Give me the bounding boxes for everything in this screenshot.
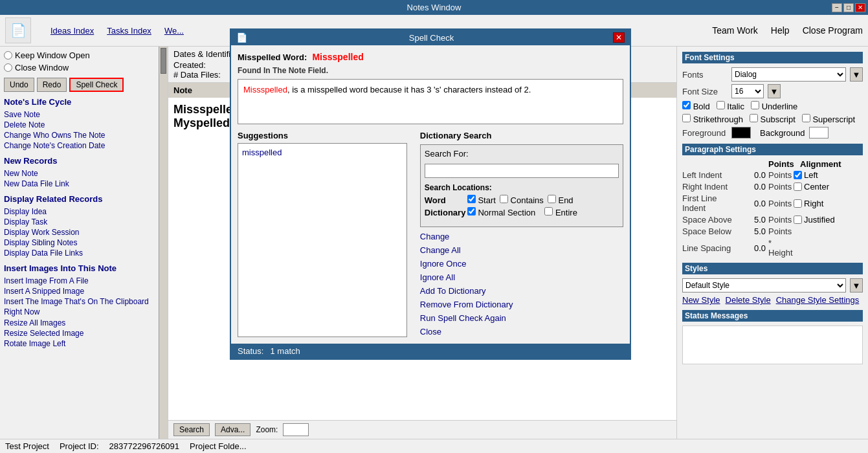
created-label: Created: (173, 60, 206, 70)
display-data-item[interactable]: Display Data File Links (4, 248, 164, 258)
insert-clipboard-item[interactable]: Insert The Image That's On The Clipboard… (4, 296, 164, 318)
background-color[interactable] (809, 127, 829, 138)
ignore-all-btn[interactable]: Ignore All (420, 272, 623, 283)
italic-checkbox[interactable] (717, 101, 725, 109)
we-link[interactable]: We... (164, 26, 184, 36)
end-check-label[interactable]: End (548, 195, 573, 205)
undo-button[interactable]: Undo (4, 78, 34, 92)
dict-search-input[interactable] (425, 164, 619, 178)
rotate-left-item[interactable]: Rotate Image Left (4, 338, 164, 349)
search-for-row: Search For: (425, 149, 619, 159)
space-below-row: Space Below 5.0 Points (682, 226, 863, 236)
display-idea-item[interactable]: Display Idea (4, 206, 164, 217)
right-panel: Font Settings Fonts Dialog ▼ Font Size 1… (677, 47, 868, 439)
project-name: Test Project (5, 441, 49, 451)
foreground-color[interactable] (731, 127, 751, 138)
superscript-check-label[interactable]: Superscript (802, 114, 855, 124)
close-btn[interactable]: Close (420, 326, 623, 337)
ideas-index-link[interactable]: Ideas Index (50, 26, 94, 36)
italic-check-label[interactable]: Italic (717, 101, 744, 111)
close-program-menu[interactable]: Close Program (803, 25, 863, 36)
new-style-btn[interactable]: New Style (682, 295, 720, 305)
save-note-item[interactable]: Save Note (4, 109, 164, 120)
left-indent-value: 0.0 (743, 170, 766, 180)
right-align-check[interactable]: Right (794, 199, 823, 208)
suggestions-dict-area: Suggestions misspelled Dictionary Search… (238, 131, 623, 337)
dialog-close-button[interactable]: ✕ (613, 32, 625, 43)
ignore-once-btn[interactable]: Ignore Once (420, 258, 623, 269)
change-style-btn[interactable]: Change Style Settings (776, 295, 860, 305)
sidebar-scrollbar[interactable] (159, 47, 168, 439)
change-creation-item[interactable]: Change Note's Creation Date (4, 140, 164, 151)
zoom-input[interactable] (283, 423, 309, 436)
start-check-label[interactable]: Start (467, 195, 496, 205)
fonts-dropdown-btn[interactable]: ▼ (850, 67, 863, 82)
center-align-check[interactable]: Center (794, 182, 829, 192)
font-size-dropdown[interactable]: 16 (731, 84, 764, 98)
bold-check-label[interactable]: Bold (682, 101, 710, 111)
underline-checkbox[interactable] (751, 101, 759, 109)
change-btn[interactable]: Change (420, 231, 623, 242)
line-spacing-unit: * Height (768, 238, 791, 258)
search-button[interactable]: Search (173, 423, 210, 436)
advanced-button[interactable]: Adva... (215, 423, 250, 436)
left-align-check[interactable]: Left (794, 170, 818, 180)
display-work-item[interactable]: Display Work Session (4, 227, 164, 238)
right-indent-unit: Points (768, 182, 791, 192)
insert-file-item[interactable]: Insert Image From A File (4, 276, 164, 286)
normal-section-checkbox[interactable] (467, 207, 476, 215)
add-dict-btn[interactable]: Add To Dictionary (420, 285, 623, 296)
display-task-item[interactable]: Display Task (4, 217, 164, 227)
redo-button[interactable]: Redo (37, 78, 67, 92)
new-data-file-item[interactable]: New Data File Link (4, 179, 164, 189)
team-work-menu[interactable]: Team Work (712, 25, 758, 36)
font-size-dropdown-btn[interactable]: ▼ (768, 84, 781, 98)
justified-align-check[interactable]: Justified (794, 215, 835, 225)
superscript-checkbox[interactable] (802, 114, 810, 122)
normal-section-check-label[interactable]: Normal Section (467, 207, 536, 217)
search-locations: Search Locations: Word Start Contains En… (425, 183, 619, 217)
run-again-btn[interactable]: Run Spell Check Again (420, 313, 623, 324)
foreground-label: Foreground (682, 128, 728, 138)
resize-all-item[interactable]: Resize All Images (4, 318, 164, 328)
new-note-item[interactable]: New Note (4, 168, 164, 179)
entire-checkbox[interactable] (544, 207, 553, 215)
delete-style-btn[interactable]: Delete Style (726, 295, 771, 305)
resize-selected-item[interactable]: Resize Selected Image (4, 328, 164, 338)
left-indent-row: Left Indent 0.0 Points Left (682, 170, 863, 180)
help-menu[interactable]: Help (771, 25, 790, 36)
new-records-header: New Records (4, 156, 164, 166)
display-sibling-item[interactable]: Display Sibling Notes (4, 238, 164, 248)
change-owner-item[interactable]: Change Who Owns The Note (4, 130, 164, 140)
suggestion-item[interactable]: misspelled (241, 146, 404, 159)
para-headers: Points Alignment (682, 159, 863, 169)
subscript-checkbox[interactable] (750, 114, 758, 122)
close-window-radio[interactable]: Close Window (4, 63, 164, 72)
change-all-btn[interactable]: Change All (420, 245, 623, 256)
entire-check-label[interactable]: Entire (544, 207, 577, 217)
styles-dropdown-btn[interactable]: ▼ (850, 278, 863, 293)
subscript-check-label[interactable]: Subscript (750, 114, 796, 124)
tasks-index-link[interactable]: Tasks Index (107, 26, 151, 36)
project-id-label: Project ID: (60, 441, 99, 451)
strikethrough-checkbox[interactable] (682, 114, 691, 122)
strikethrough-check-label[interactable]: Strikethrough (682, 114, 743, 124)
remove-dict-btn[interactable]: Remove From Dictionary (420, 299, 623, 310)
delete-note-item[interactable]: Delete Note (4, 120, 164, 130)
scrollbar-thumb[interactable] (161, 48, 166, 74)
underline-check-label[interactable]: Underline (751, 101, 797, 111)
fonts-dropdown[interactable]: Dialog (731, 67, 846, 82)
keep-window-open-radio[interactable]: Keep Window Open (4, 50, 164, 60)
contains-check-label[interactable]: Contains (500, 195, 544, 205)
close-window-button[interactable]: ✕ (855, 3, 865, 12)
bold-checkbox[interactable] (682, 101, 691, 109)
styles-dropdown[interactable]: Default Style (682, 278, 846, 293)
start-checkbox[interactable] (467, 195, 476, 203)
minimize-button[interactable]: − (832, 3, 842, 12)
search-loc-header: Search Locations: (425, 183, 619, 192)
contains-checkbox[interactable] (500, 195, 508, 203)
restore-button[interactable]: □ (843, 3, 854, 12)
spell-check-button[interactable]: Spell Check (69, 78, 124, 92)
insert-snipped-item[interactable]: Insert A Snipped Image (4, 286, 164, 296)
end-checkbox[interactable] (548, 195, 556, 203)
